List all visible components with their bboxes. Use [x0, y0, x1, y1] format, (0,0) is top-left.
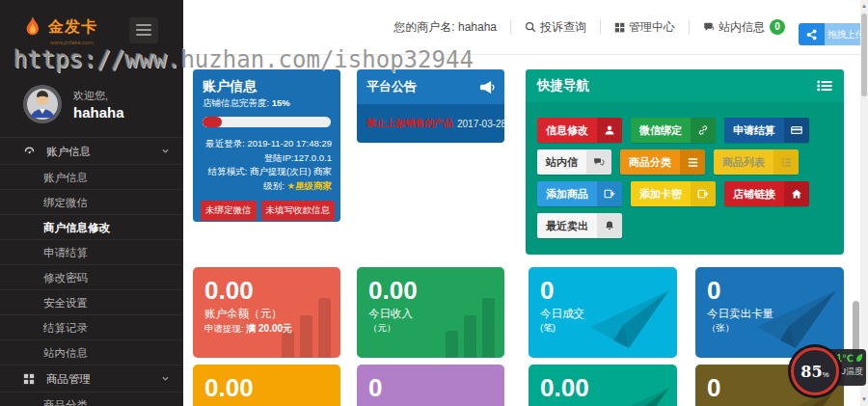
sidebar-item-label: 站内信息: [43, 347, 88, 359]
button-label: 添加卡密: [631, 181, 691, 206]
account-card-title: 账户信息: [193, 69, 340, 95]
quick-nav-title: 快捷导航: [537, 77, 589, 95]
apply-settle-button[interactable]: 申请结算: [724, 118, 809, 143]
add-product-button[interactable]: 添加商品: [537, 181, 622, 206]
topbar: 您的商户名: hahaha 投诉查询 管理中心 站内信息 0: [183, 0, 860, 55]
stat-card-bottom-2: 0: [357, 365, 504, 406]
sidebar-item-product-category[interactable]: 商品分类: [0, 392, 183, 406]
button-label: 添加商品: [537, 181, 597, 206]
site-messages-link[interactable]: 站内信息 0: [703, 19, 785, 36]
app-subtitle: www.jinfaka.com: [50, 40, 183, 45]
sidebar-item-change-password[interactable]: 修改密码: [0, 264, 183, 289]
bell-icon: [597, 213, 622, 238]
merchant-name-value: hahaha: [458, 20, 497, 34]
account-info-card: 账户信息 店铺信息完善度: 15% 最近登录: 2019-11-20 17:48…: [193, 69, 340, 222]
missing-payment-info-button[interactable]: 未填写收款信息: [261, 201, 336, 221]
bar-chart-decoration: [446, 298, 495, 358]
button-label: 申请结算: [724, 118, 784, 143]
site-messages-label: 站内信息: [719, 19, 765, 36]
comment-icon: [703, 21, 715, 33]
stat-card-today-income: 0.00 今日收入 （元）: [357, 267, 504, 358]
scrollbar[interactable]: ▲ ▼: [860, 0, 868, 406]
button-label: 信息修改: [537, 118, 597, 143]
sidebar-item-site-messages[interactable]: 站内信息: [0, 339, 183, 365]
bar-chart-decoration: [282, 298, 331, 358]
sidebar-toggle-button[interactable]: [129, 17, 158, 43]
credit-card-icon: [784, 118, 809, 143]
sidebar-group-account[interactable]: 账户信息: [0, 137, 183, 164]
scrollbar-thumb[interactable]: [861, 14, 867, 96]
completeness-value: 15%: [272, 97, 290, 108]
cloud-share-icon: [799, 23, 825, 45]
sidebar-item-apply-settle[interactable]: 申请结算: [0, 239, 183, 264]
sidebar-item-security[interactable]: 安全设置: [0, 289, 183, 314]
cpu-usage-gauge[interactable]: 85 %: [791, 347, 839, 395]
sidebar-menu: 账户信息 账户信息 绑定微信 商户信息修改 申请结算 修改密码 安全设置 结算记…: [0, 137, 183, 406]
chevron-down-icon: [161, 147, 170, 155]
site-message-button[interactable]: 站内信: [537, 149, 611, 175]
wechat-bind-button[interactable]: 微信绑定: [631, 118, 716, 143]
sidebar-item-label: 商品管理: [46, 373, 91, 385]
quick-nav-card: 快捷导航 信息修改 微信绑定 申请结算 站内信: [526, 69, 844, 255]
avatar[interactable]: [23, 85, 62, 123]
sidebar-item-label: 账户信息: [46, 146, 91, 157]
chevron-down-icon: [161, 374, 170, 383]
sidebar-item-bind-wechat[interactable]: 绑定微信: [0, 189, 183, 214]
sidebar-item-label: 账户信息: [43, 172, 88, 183]
scroll-up-arrow[interactable]: ▲: [860, 3, 868, 9]
sidebar-item-label: 绑定微信: [43, 197, 88, 208]
drag-upload-widget[interactable]: 拖拽上传: [799, 23, 860, 45]
button-label: 店铺链接: [724, 181, 784, 206]
megaphone-icon: [478, 80, 495, 95]
sidebar-item-label: 安全设置: [43, 297, 88, 309]
product-list-button[interactable]: 商品列表: [714, 149, 799, 175]
scroll-down-arrow[interactable]: ▼: [860, 396, 868, 402]
stat-card-balance: 0.00 账户余额（元） 申请提现: 满 20.00元: [193, 267, 340, 358]
merchant-name-label: 您的商户名:: [393, 19, 454, 36]
completeness-label: 店铺信息完善度:: [203, 97, 269, 108]
divider: [510, 20, 511, 35]
home-icon: [784, 181, 809, 206]
paper-plane-decoration: [586, 286, 673, 354]
unbound-wechat-button[interactable]: 未绑定微信: [201, 201, 257, 221]
stat-value: 0: [368, 374, 493, 401]
merchant-name-display: 您的商户名: hahaha: [393, 19, 497, 36]
stat-card-today-deals: 0 今日成交 (笔): [529, 267, 677, 358]
sidebar-item-label: 申请结算: [43, 247, 88, 258]
recent-sold-button[interactable]: 最近卖出: [537, 213, 622, 238]
button-label: 商品分类: [620, 149, 680, 175]
announcement-body: 禁止上架销售的产品 2017-03-28: [357, 104, 504, 143]
announcement-link[interactable]: 禁止上架销售的产品: [366, 117, 453, 130]
complaint-query-link[interactable]: 投诉查询: [525, 19, 586, 36]
grid-icon: [23, 373, 37, 385]
cpu-usage-unit: %: [823, 370, 829, 379]
cpu-usage-percent: 85: [800, 363, 822, 381]
edit-info-button[interactable]: 信息修改: [537, 118, 622, 143]
sidebar-item-settle-records[interactable]: 结算记录: [0, 314, 183, 339]
list-icon: [817, 80, 832, 92]
button-label: 商品列表: [714, 149, 773, 175]
product-category-button[interactable]: 商品分类: [620, 149, 705, 175]
sidebar-item-merchant-edit[interactable]: 商户信息修改: [0, 214, 183, 239]
completeness-text: 店铺信息完善度: 15%: [193, 95, 340, 110]
admin-center-link[interactable]: 管理中心: [614, 19, 675, 36]
button-label: 站内信: [537, 149, 586, 175]
user-welcome: 欢迎您, hahaha: [0, 73, 183, 133]
merchant-level: 星级商家: [295, 180, 332, 191]
sidebar-item-label: 修改密码: [43, 272, 88, 284]
logo: 金发卡 www.jinfaka.com: [0, 0, 183, 56]
sidebar-item-label: 商户信息修改: [43, 222, 110, 233]
add-card-key-button[interactable]: 添加卡密: [631, 181, 716, 206]
last-login-line: 最近登录: 2019-11-20 17:48:29: [202, 137, 332, 151]
comments-icon: [586, 149, 611, 175]
sidebar-group-products[interactable]: 商品管理: [0, 365, 183, 392]
announcement-card: 平台公告 禁止上架销售的产品 2017-03-28: [357, 69, 504, 143]
sidebar-item-account-info[interactable]: 账户信息: [0, 164, 183, 189]
gauge-icon: [23, 145, 37, 157]
stat-value: 0.00: [204, 374, 329, 401]
person-icon: [597, 118, 622, 143]
account-detail-lines: 最近登录: 2019-11-20 17:48:29 登陆IP:127.0.0.1…: [193, 137, 340, 193]
shop-link-button[interactable]: 店铺链接: [724, 181, 809, 206]
complaint-query-label: 投诉查询: [540, 19, 586, 36]
plus-square-icon: [691, 181, 716, 206]
